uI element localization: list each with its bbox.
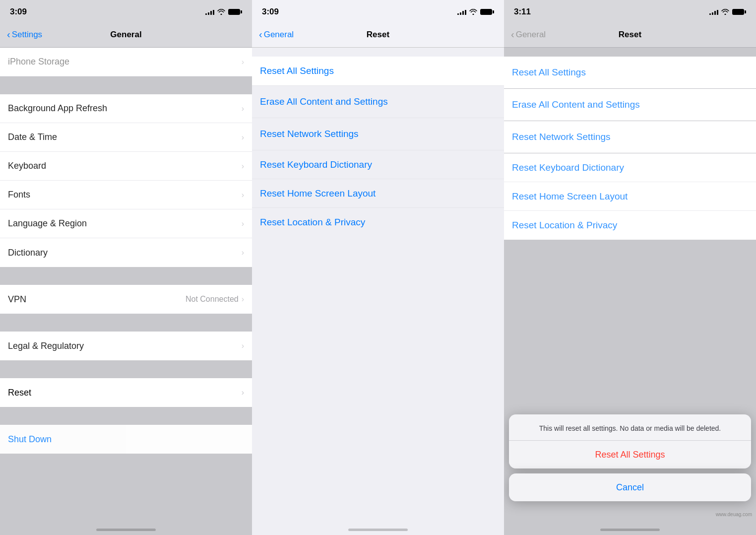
status-icons-3 [709, 9, 746, 15]
chevron-keyboard: › [242, 162, 244, 171]
date-time-right: › [242, 133, 244, 142]
list-item-background-app-refresh[interactable]: Background App Refresh › [0, 94, 252, 123]
reset-location-label: Reset Location & Privacy [260, 217, 365, 228]
content-3: Reset All Settings Erase All Content and… [504, 48, 756, 518]
home-bar-2 [348, 529, 408, 531]
status-bar-2: 3:09 [252, 0, 504, 22]
nav-back-3[interactable]: ‹ General [511, 29, 546, 40]
list-item-shutdown[interactable]: Shut Down [0, 425, 252, 454]
vpn-label: VPN [8, 294, 26, 305]
list-item-keyboard[interactable]: Keyboard › [0, 152, 252, 181]
section-vpn: VPN Not Connected › [0, 285, 252, 314]
chevron-legal: › [242, 341, 244, 350]
nav-title-3: Reset [619, 30, 641, 40]
content-1: iPhone Storage › Background App Refresh … [0, 48, 252, 518]
list-item-reset-keyboard[interactable]: Reset Keyboard Dictionary [252, 150, 504, 179]
section-reset-all: Reset All Settings [252, 57, 504, 85]
section-reset-all-3: Reset All Settings [504, 57, 756, 88]
erase-all-label-3: Erase All Content and Settings [512, 99, 640, 110]
list-item-reset[interactable]: Reset › [0, 378, 252, 407]
panel-reset-alert: 3:11 ‹ General Reset [504, 0, 756, 535]
background-app-refresh-right: › [242, 104, 244, 113]
reset-home-screen-label: Reset Home Screen Layout [260, 188, 376, 199]
home-indicator-2 [252, 518, 504, 535]
battery-icon-2 [480, 9, 494, 15]
list-item-language-region[interactable]: Language & Region › [0, 209, 252, 238]
panel-general: 3:09 ‹ Settings General [0, 0, 252, 535]
fonts-right: › [242, 191, 244, 200]
language-region-label: Language & Region [8, 218, 87, 229]
legal-right: › [242, 341, 244, 350]
reset-right: › [242, 388, 244, 397]
nav-back-label-2[interactable]: General [264, 30, 294, 40]
legal-label: Legal & Regulatory [8, 341, 84, 351]
alert-cancel-button[interactable]: Cancel [509, 473, 751, 501]
nav-title-1: General [110, 30, 141, 40]
chevron-fonts: › [242, 191, 244, 200]
signal-icon-1 [205, 9, 214, 15]
list-item-erase-all[interactable]: Erase All Content and Settings [252, 86, 504, 118]
divider-5 [0, 407, 252, 425]
language-region-right: › [242, 219, 244, 228]
reset-all-settings-label: Reset All Settings [260, 66, 334, 76]
wifi-icon-2 [469, 9, 477, 15]
vpn-value: Not Connected [186, 295, 239, 304]
section-main: Background App Refresh › Date & Time › K… [0, 94, 252, 267]
section-erase: Erase All Content and Settings [252, 86, 504, 118]
erase-all-label: Erase All Content and Settings [260, 96, 388, 107]
signal-icon-2 [457, 9, 466, 15]
nav-bar-3: ‹ General Reset [504, 22, 756, 48]
nav-back-2[interactable]: ‹ General [259, 29, 294, 40]
list-item-erase-all-3[interactable]: Erase All Content and Settings [504, 89, 756, 121]
alert-overlay: This will reset all settings. No data or… [509, 414, 751, 501]
home-bar-1 [96, 529, 156, 531]
signal-icon-3 [709, 9, 718, 15]
list-item-reset-location-3[interactable]: Reset Location & Privacy [504, 211, 756, 240]
nav-bar-2: ‹ General Reset [252, 22, 504, 48]
divider-1 [0, 76, 252, 94]
list-item-fonts[interactable]: Fonts › [0, 181, 252, 209]
wifi-icon-3 [721, 9, 729, 15]
reset-all-settings-label-3: Reset All Settings [512, 67, 586, 78]
nav-back-label-1[interactable]: Settings [12, 30, 42, 40]
chevron-vpn: › [242, 295, 244, 304]
list-item-reset-home-screen-3[interactable]: Reset Home Screen Layout [504, 182, 756, 211]
section-reset-misc-3: Reset Keyboard Dictionary Reset Home Scr… [504, 153, 756, 240]
section-reset-network: Reset Network Settings [252, 118, 504, 150]
dictionary-right: › [242, 248, 244, 257]
battery-icon-3 [732, 9, 746, 15]
date-time-label: Date & Time [8, 132, 57, 142]
list-item-iphone-storage[interactable]: iPhone Storage › [0, 48, 252, 76]
reset-keyboard-label-3: Reset Keyboard Dictionary [512, 162, 624, 173]
list-item-reset-network-3[interactable]: Reset Network Settings [504, 121, 756, 153]
content-2: Reset All Settings Erase All Content and… [252, 48, 504, 518]
list-item-reset-network[interactable]: Reset Network Settings [252, 118, 504, 150]
divider-3 [0, 314, 252, 332]
home-bar-3 [600, 529, 660, 531]
list-item-legal[interactable]: Legal & Regulatory › [0, 332, 252, 360]
list-item-reset-all-settings-3[interactable]: Reset All Settings [504, 57, 756, 88]
time-2: 3:09 [262, 7, 279, 17]
list-item-dictionary[interactable]: Dictionary › [0, 238, 252, 267]
nav-back-label-3[interactable]: General [516, 30, 546, 40]
alert-cancel-box: Cancel [509, 473, 751, 501]
list-item-reset-home-screen[interactable]: Reset Home Screen Layout [252, 179, 504, 208]
divider-4 [0, 360, 252, 378]
section-erase-3: Erase All Content and Settings [504, 89, 756, 121]
battery-icon-1 [228, 9, 242, 15]
back-chevron-2: ‹ [259, 29, 262, 40]
list-item-reset-all-settings[interactable]: Reset All Settings [252, 57, 504, 85]
nav-back-1[interactable]: ‹ Settings [7, 29, 42, 40]
reset-label: Reset [8, 388, 31, 398]
back-chevron-3: ‹ [511, 29, 514, 40]
list-item-vpn[interactable]: VPN Not Connected › [0, 285, 252, 314]
list-item-reset-keyboard-3[interactable]: Reset Keyboard Dictionary [504, 153, 756, 182]
background-app-refresh-label: Background App Refresh [8, 103, 107, 114]
section-legal: Legal & Regulatory › [0, 332, 252, 360]
list-item-date-time[interactable]: Date & Time › [0, 123, 252, 152]
alert-confirm-button[interactable]: Reset All Settings [509, 441, 751, 468]
reset-keyboard-label: Reset Keyboard Dictionary [260, 159, 372, 170]
list-item-reset-location[interactable]: Reset Location & Privacy [252, 208, 504, 237]
section-shutdown: Shut Down [0, 425, 252, 454]
time-3: 3:11 [514, 7, 531, 17]
